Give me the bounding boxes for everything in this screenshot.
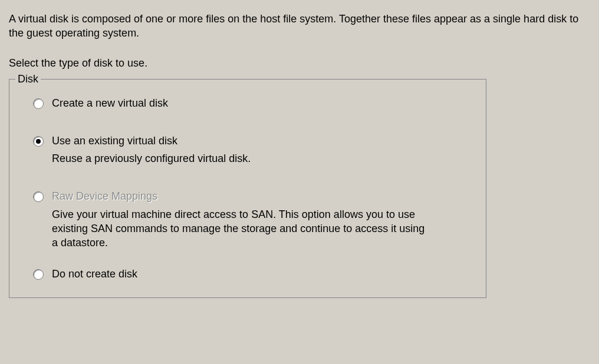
- radio-icon: [33, 191, 44, 202]
- radio-icon: [33, 269, 44, 280]
- radio-option-do-not-create[interactable]: Do not create disk: [33, 267, 469, 281]
- radio-icon: [33, 98, 44, 109]
- radio-option-use-existing[interactable]: Use an existing virtual disk Reuse a pre…: [33, 134, 469, 166]
- radio-option-raw-device-mappings: Raw Device Mappings Give your virtual ma…: [33, 189, 469, 250]
- radio-description: Give your virtual machine direct access …: [52, 207, 429, 250]
- fieldset-legend: Disk: [15, 73, 41, 85]
- radio-label: Create a new virtual disk: [52, 96, 469, 110]
- disk-fieldset: Disk Create a new virtual disk Use an ex…: [9, 79, 486, 298]
- radio-label: Do not create disk: [52, 267, 469, 281]
- prompt-text: Select the type of disk to use.: [9, 57, 590, 70]
- radio-icon: [33, 136, 44, 147]
- radio-label: Use an existing virtual disk: [52, 134, 469, 148]
- radio-description: Reuse a previously configured virtual di…: [52, 151, 429, 166]
- intro-text: A virtual disk is composed of one or mor…: [9, 12, 590, 41]
- radio-option-create-new[interactable]: Create a new virtual disk: [33, 96, 469, 110]
- radio-label: Raw Device Mappings: [52, 189, 469, 203]
